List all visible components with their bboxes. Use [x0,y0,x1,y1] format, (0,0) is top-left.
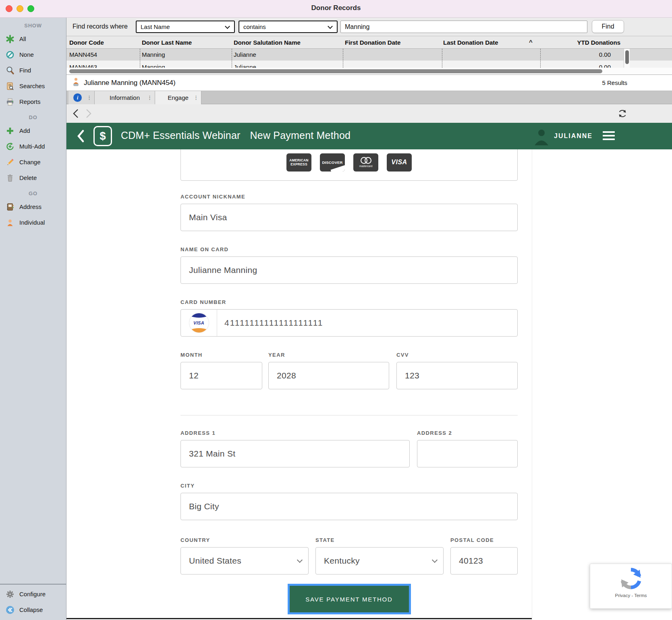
dollar-sign: $ [100,130,106,143]
main-area: Find records where Last Name contains Fi… [66,18,672,620]
content-bottom-edge [66,618,532,619]
cell-salutation: Julianne [234,61,342,68]
giving-dollar-icon[interactable]: $ [93,126,112,146]
sort-indicator-icon: ^ [529,39,533,45]
month-label: MONTH [180,352,262,358]
month-field[interactable]: 12 [180,362,262,389]
column-header-salutation[interactable]: Donor Salutation Name [234,36,342,48]
city-field[interactable]: Big City [180,493,518,520]
chevron-down-icon [225,24,230,29]
search-input[interactable] [340,21,587,33]
content-right-edge [532,149,532,620]
sidebar-item-none[interactable]: None [0,47,66,62]
back-chevron-icon[interactable] [77,129,85,143]
tab-menu-dots-icon[interactable]: ⋮ [87,95,92,101]
find-records-label: Find records where [73,23,128,30]
pencil-icon [5,157,15,167]
amex-icon: AMERICAN EXPRESS [286,153,311,172]
sidebar-item-delete[interactable]: Delete [0,170,66,186]
city-group: CITY Big City [180,483,518,520]
address1-group: ADDRESS 1 321 Main St [180,430,410,467]
person-at-laptop-icon [72,77,80,89]
table-row-selected[interactable]: MANN454 Manning Julianne 0.00 [66,49,672,61]
column-header-last-donation[interactable]: Last Donation Date [443,36,524,48]
tab-label: Engage [168,94,189,101]
sidebar-item-change[interactable]: Change [0,154,66,170]
sidebar-item-label: Multi-Add [19,143,45,150]
country-select[interactable]: United States [180,547,309,575]
sidebar-item-reports[interactable]: Reports [0,94,66,110]
cell-first-donation [345,49,440,60]
sidebar-item-individual[interactable]: Individual [0,215,66,230]
column-header-first-donation[interactable]: First Donation Date [345,36,440,48]
sidebar-item-add[interactable]: Add [0,123,66,138]
find-field-select[interactable]: Last Name [136,21,235,33]
state-select[interactable]: Kentucky [315,547,444,575]
collapse-icon [5,605,15,615]
card-number-field[interactable]: VISA 41111111111111111111 [180,309,518,337]
user-name[interactable]: JULIANNE [554,132,593,140]
cvv-field[interactable]: 123 [396,362,518,389]
tab-menu-dots-icon[interactable]: ⋮ [147,95,152,101]
avatar[interactable] [533,128,550,145]
address2-field[interactable] [417,440,518,467]
recaptcha-icon [620,567,642,590]
tab-label: Information [110,94,140,101]
account-nickname-group: ACCOUNT NICKNAME Main Visa [180,194,518,231]
cell-donor-code: MANN463 [69,61,138,68]
card-number-value: 41111111111111111111 [217,318,324,328]
chevron-down-icon [328,24,333,29]
account-nickname-label: ACCOUNT NICKNAME [180,194,518,200]
org-name: CDM+ Essentials Webinar [121,130,241,141]
expiry-row: MONTH 12 YEAR 2028 CVV 123 [180,352,518,389]
find-button[interactable]: Find [592,20,624,33]
browser-nav-row [66,104,672,123]
tab-engage[interactable]: Engage ⋮ [155,91,201,104]
year-field[interactable]: 2028 [268,362,389,389]
postal-code-field[interactable]: 40123 [450,547,518,575]
recaptcha-badge[interactable]: Privacy - Terms [590,564,672,609]
tab-info[interactable]: i ⋮ [68,91,95,104]
column-header-last-name[interactable]: Donor Last Name [142,36,230,48]
cvv-label: CVV [396,352,518,358]
column-header-donor-code[interactable]: Donor Code [69,36,138,48]
address1-field[interactable]: 321 Main St [180,440,410,467]
city-label: CITY [180,483,518,489]
discover-icon: DISCOVER [320,153,345,172]
refresh-icon[interactable] [617,108,628,119]
tab-menu-dots-icon[interactable]: ⋮ [193,95,199,101]
sidebar-item-address[interactable]: Address [0,199,66,215]
year-group: YEAR 2028 [268,352,389,389]
name-on-card-field[interactable]: Julianne Manning [180,256,518,284]
sidebar-item-label: Add [19,127,30,134]
sidebar-item-label: Change [19,159,41,165]
sidebar-item-label: Address [19,203,41,210]
save-payment-method-button[interactable]: SAVE PAYMENT METHOD [290,586,409,612]
column-header-ytd[interactable]: YTD Donations [540,36,620,48]
payment-page-header: $ CDM+ Essentials WebinarNew Payment Met… [66,123,672,149]
account-nickname-field[interactable]: Main Visa [180,204,518,231]
sidebar-item-configure[interactable]: Configure [0,586,66,602]
payment-form: AMERICAN EXPRESS DISCOVER mastercard VIS… [180,149,518,612]
sidebar-item-all[interactable]: All [0,31,66,47]
cell-ytd: 0.00 [540,49,620,60]
table-row[interactable]: MANN463 Manning Julianne 0.00 [66,61,672,68]
table-horizontal-scrollbar[interactable] [66,68,672,75]
window-title: Donor Records [0,4,672,12]
chevron-down-icon [432,557,438,563]
sidebar-item-collapse[interactable]: Collapse [0,602,66,618]
sidebar-item-searches[interactable]: Searches [0,78,66,94]
column-divider [343,49,343,68]
forward-arrow-icon[interactable] [85,108,92,119]
privacy-terms-link[interactable]: Privacy - Terms [590,593,672,598]
back-arrow-icon[interactable] [72,108,79,119]
hamburger-menu-icon[interactable] [603,131,615,142]
find-operator-select[interactable]: contains [239,21,338,33]
tab-information[interactable]: Information ⋮ [95,91,155,104]
table-vertical-scrollbar[interactable] [624,49,630,68]
donor-records-window: Donor Records SHOW All None Find Searche… [0,0,672,620]
sidebar-item-find[interactable]: Find [0,62,66,78]
cell-last-name: Manning [142,61,230,68]
sidebar-item-multi-add[interactable]: Multi-Add [0,138,66,154]
searches-icon [5,81,15,91]
